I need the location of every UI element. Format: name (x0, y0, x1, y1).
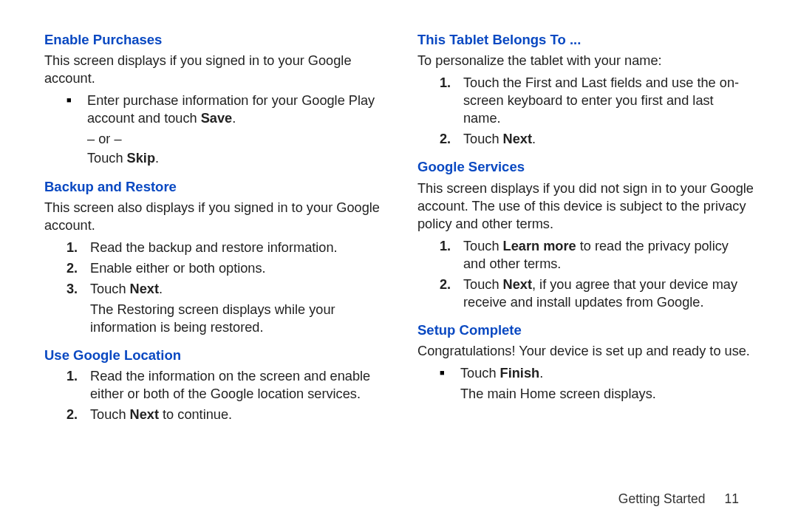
square-bullet-icon: ■ (440, 364, 447, 381)
bold-finish: Finish (500, 366, 540, 381)
heading-backup-restore: Backup and Restore (44, 178, 381, 196)
step-text: Touch Next to continue. (83, 406, 381, 423)
intro-text: This screen displays if you signed in to… (44, 52, 381, 87)
list-item: 1. Read the backup and restore informati… (66, 239, 381, 256)
manual-page: Enable Purchases This screen displays if… (0, 0, 798, 532)
footer-page-number: 11 (725, 491, 739, 506)
left-column: Enable Purchases This screen displays if… (44, 31, 381, 426)
text: Touch (460, 366, 500, 381)
step-text: Touch Next. (456, 130, 754, 148)
list-item: 2. Enable either or both options. (66, 259, 381, 277)
text: . (159, 282, 163, 296)
bullet-text: Touch Finish. (447, 364, 754, 382)
intro-text: This screen also displays if you signed … (44, 199, 381, 234)
list-item: 2. Touch Next. (440, 130, 754, 148)
intro-text: To personalize the tablet with your name… (417, 52, 754, 69)
text: Touch (463, 277, 503, 292)
step-number: 1. (440, 74, 456, 92)
text: Touch (463, 239, 503, 253)
step-text: Enable either or both options. (83, 259, 381, 277)
list-item: 2. Touch Next, if you agree that your de… (440, 276, 754, 311)
square-bullet-icon: ■ (66, 92, 74, 108)
heading-setup-complete: Setup Complete (417, 321, 754, 339)
step-number: 2. (66, 259, 83, 277)
bullet-item: ■ Touch Finish. (440, 364, 754, 382)
heading-enable-purchases: Enable Purchases (44, 31, 381, 49)
footer-section-name: Getting Started (618, 491, 706, 506)
list-item: 3. Touch Next. (66, 280, 381, 298)
heading-use-google-location: Use Google Location (44, 347, 381, 364)
step-text: Read the backup and restore information. (83, 239, 381, 256)
bold-next: Next (130, 282, 159, 296)
bullet-text: Enter purchase information for your Goog… (74, 92, 381, 127)
list-item: 1. Touch the First and Last fields and u… (440, 74, 754, 127)
list-item: 1. Touch Learn more to read the privacy … (440, 237, 754, 273)
step-text: Touch Learn more to read the privacy pol… (456, 237, 754, 273)
intro-text: Congratulations! Your device is set up a… (417, 342, 754, 360)
or-text: – or – (87, 130, 381, 148)
list-item: 1. Read the information on the screen an… (66, 367, 381, 403)
bold-next: Next (503, 132, 532, 146)
step-number: 1. (440, 237, 456, 255)
heading-this-tablet-belongs-to: This Tablet Belongs To ... (417, 31, 754, 49)
text: . (539, 366, 543, 381)
intro-text: This screen displays if you did not sign… (417, 180, 754, 233)
step-number: 2. (66, 406, 83, 423)
text: Touch (90, 282, 130, 296)
text: to continue. (159, 407, 232, 422)
bold-next: Next (130, 407, 159, 422)
step-number: 3. (66, 280, 83, 298)
text: Touch (87, 151, 127, 166)
step-number: 1. (66, 367, 83, 385)
text: . (232, 111, 236, 126)
text: . (532, 132, 536, 146)
step-text: Touch Next. (83, 280, 381, 298)
page-footer: Getting Started11 (618, 491, 739, 507)
step-text: Touch Next, if you agree that your devic… (456, 276, 754, 311)
heading-google-services: Google Services (417, 158, 754, 176)
text: Touch (90, 407, 130, 422)
right-column: This Tablet Belongs To ... To personaliz… (417, 31, 754, 426)
step-number: 2. (440, 130, 456, 148)
list-item: 2. Touch Next to continue. (66, 406, 381, 423)
bold-next: Next (503, 277, 532, 292)
bullet-item: ■ Enter purchase information for your Go… (66, 92, 381, 127)
step-text: Read the information on the screen and e… (83, 367, 381, 403)
bold-save: Save (201, 111, 232, 126)
two-column-layout: Enable Purchases This screen displays if… (44, 31, 754, 426)
bold-skip: Skip (127, 151, 155, 166)
bold-learn-more: Learn more (503, 239, 576, 253)
step-sub-text: The Restoring screen displays while your… (90, 301, 381, 336)
skip-line: Touch Skip. (87, 149, 381, 167)
text: Touch (463, 132, 503, 146)
step-number: 2. (440, 276, 456, 293)
bullet-sub-text: The main Home screen displays. (460, 385, 754, 403)
step-number: 1. (66, 239, 83, 256)
step-text: Touch the First and Last fields and use … (456, 74, 754, 127)
text: . (155, 151, 159, 166)
